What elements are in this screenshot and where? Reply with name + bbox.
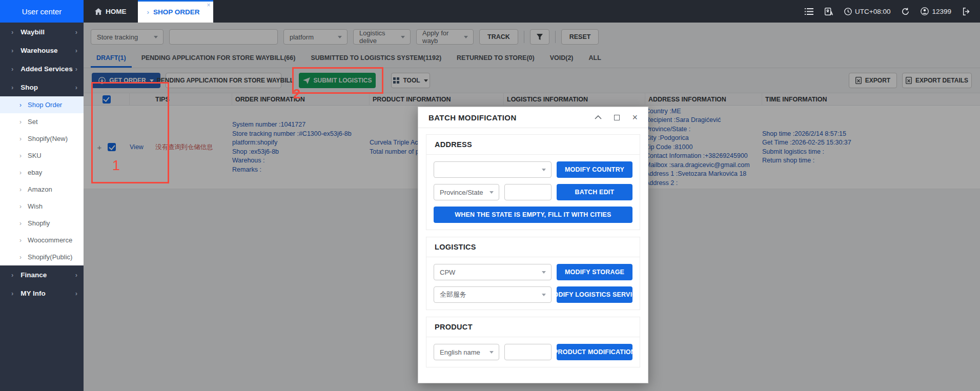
modal-window-controls: × — [595, 114, 638, 121]
sidebar-item-label: Wish — [28, 202, 43, 210]
sidebar-item-ebay[interactable]: ›ebay — [0, 164, 84, 181]
timezone-display[interactable]: UTC+08:00 — [844, 8, 890, 15]
chevron-right-icon: › — [19, 135, 22, 142]
batch-edit-button[interactable]: BATCH EDIT — [557, 184, 632, 200]
sidebar-item-warehouse[interactable]: › Warehouse › — [0, 41, 84, 59]
tab-home[interactable]: HOME — [84, 0, 138, 23]
product-panel: PRODUCT English name PRODUCT MODIFICATIO… — [426, 317, 640, 367]
sidebar-item-sku[interactable]: ›SKU — [0, 147, 84, 164]
country-select[interactable] — [434, 161, 552, 178]
chevron-right-icon: › — [75, 271, 77, 279]
sidebar-item-label: SKU — [28, 152, 42, 159]
refresh-icon[interactable] — [902, 8, 909, 15]
chevron-right-icon: › — [75, 47, 77, 54]
chevron-right-icon: › — [147, 8, 150, 16]
storage-select-value: CPW — [440, 269, 455, 276]
address-field-select[interactable]: Province/State — [434, 184, 499, 200]
close-icon[interactable]: × — [632, 114, 638, 121]
sidebar-item-label: Warehouse — [21, 47, 57, 54]
logistics-service-select[interactable]: 全部服务 — [434, 286, 552, 303]
chevron-right-icon: › — [75, 28, 77, 36]
chevron-right-icon: › — [75, 290, 77, 297]
maximize-icon[interactable] — [614, 115, 620, 120]
address-panel-title: ADDRESS — [426, 135, 640, 155]
menu-list-icon[interactable] — [805, 8, 813, 15]
user-id-label: 12399 — [932, 8, 951, 15]
sidebar-item-label: Shop — [21, 84, 38, 91]
user-icon — [921, 7, 929, 15]
product-field-select[interactable]: English name — [434, 344, 499, 360]
chevron-right-icon: › — [19, 118, 22, 126]
top-bar: User center HOME › SHOP ORDER × UTC+08 — [0, 0, 980, 23]
sidebar-item-waybill[interactable]: › Waybill › — [0, 23, 84, 41]
sidebar-item-label: Woocommerce — [28, 236, 72, 244]
sidebar-item-shopify-public[interactable]: ›Shopify(Public) — [0, 249, 84, 265]
sidebar-item-wish[interactable]: ›Wish — [0, 198, 84, 215]
collapse-icon[interactable] — [595, 115, 602, 119]
batch-modification-modal: BATCH MODIFICATION × ADDRESS MODIFY COUN… — [418, 107, 648, 383]
brand-logo: User center — [0, 0, 84, 23]
chevron-right-icon: › — [19, 237, 22, 244]
sidebar-item-shopfiy[interactable]: ›Shopfiy — [0, 215, 84, 232]
submit-logistics-label: SUBMIT LOGISTICS — [314, 77, 372, 84]
modify-logistics-service-button[interactable]: MODIFY LOGISTICS SERVICE — [557, 286, 632, 303]
sidebar-item-shop-order[interactable]: ›Shop Order — [0, 96, 84, 113]
sidebar-item-amazon[interactable]: ›Amazon — [0, 181, 84, 198]
product-modification-button[interactable]: PRODUCT MODIFICATION — [557, 344, 632, 360]
sidebar-item-label: Set — [28, 118, 38, 126]
chevron-right-icon: › — [19, 169, 22, 176]
chevron-right-icon: › — [11, 290, 13, 297]
user-account[interactable]: 12399 — [921, 7, 951, 15]
tab-shop-order-label: SHOP ORDER — [153, 8, 200, 16]
address-value-input[interactable] — [504, 184, 552, 200]
tab-home-label: HOME — [106, 8, 127, 15]
logistics-panel-title: LOGISTICS — [426, 237, 640, 257]
chevron-right-icon: › — [19, 220, 22, 227]
sidebar-item-finance[interactable]: › Finance › — [0, 265, 84, 284]
modify-country-button[interactable]: MODIFY COUNTRY — [557, 161, 632, 178]
sidebar-item-set[interactable]: ›Set — [0, 113, 84, 130]
logout-icon[interactable] — [963, 8, 971, 15]
address-panel: ADDRESS MODIFY COUNTRY Province/State BA… — [426, 134, 640, 230]
sidebar-item-label: Shopfiy — [28, 219, 50, 227]
modify-storage-label: MODIFY STORAGE — [565, 269, 624, 276]
sidebar-item-shop[interactable]: › Shop › — [0, 78, 84, 96]
product-field-label: English name — [440, 348, 480, 356]
sidebar-item-shopify-new[interactable]: ›Shopify(New) — [0, 130, 84, 147]
chevron-right-icon: › — [11, 65, 13, 73]
chevron-right-icon: › — [75, 84, 77, 91]
sidebar: › Waybill › › Warehouse › › Added Servic… — [0, 23, 84, 391]
modal-title: BATCH MODIFICATION — [428, 113, 517, 122]
sidebar-item-label: ebay — [28, 169, 42, 176]
topbar-actions: UTC+08:00 12399 — [805, 0, 980, 23]
chevron-right-icon: › — [19, 203, 22, 210]
chevron-right-icon: › — [11, 47, 13, 54]
chevron-right-icon: › — [19, 101, 22, 109]
modify-storage-button[interactable]: MODIFY STORAGE 3 — [557, 264, 632, 280]
close-tab-icon[interactable]: × — [207, 2, 211, 8]
translate-icon[interactable] — [825, 8, 833, 15]
sidebar-item-woocommerce[interactable]: ›Woocommerce — [0, 232, 84, 249]
sidebar-item-label: Shopify(Public) — [28, 253, 72, 261]
chevron-right-icon: › — [11, 28, 13, 36]
chevron-right-icon: › — [19, 152, 22, 159]
send-icon — [303, 77, 310, 84]
chevron-right-icon: › — [75, 65, 77, 73]
submit-logistics-button[interactable]: SUBMIT LOGISTICS 2 — [299, 73, 376, 88]
sidebar-item-label: Added Services — [21, 65, 72, 73]
chevron-right-icon: › — [11, 84, 13, 91]
tab-shop-order[interactable]: › SHOP ORDER × — [138, 0, 213, 23]
home-icon — [95, 8, 102, 15]
sidebar-item-added-services[interactable]: › Added Services › — [0, 59, 84, 78]
sidebar-item-label: Finance — [21, 271, 47, 279]
sidebar-item-my-info[interactable]: › MY Info › — [0, 284, 84, 302]
chevron-right-icon: › — [11, 271, 13, 279]
sidebar-item-label: Waybill — [21, 28, 45, 36]
sidebar-item-label: Amazon — [28, 186, 52, 193]
modal-body: ADDRESS MODIFY COUNTRY Province/State BA… — [418, 128, 648, 374]
chevron-right-icon: › — [19, 186, 22, 193]
chevron-right-icon: › — [19, 254, 22, 261]
product-value-input[interactable] — [504, 344, 552, 360]
fill-state-with-cities-button[interactable]: WHEN THE STATE IS EMPTY, FILL IT WITH CI… — [434, 207, 632, 223]
storage-select[interactable]: CPW — [434, 264, 552, 280]
